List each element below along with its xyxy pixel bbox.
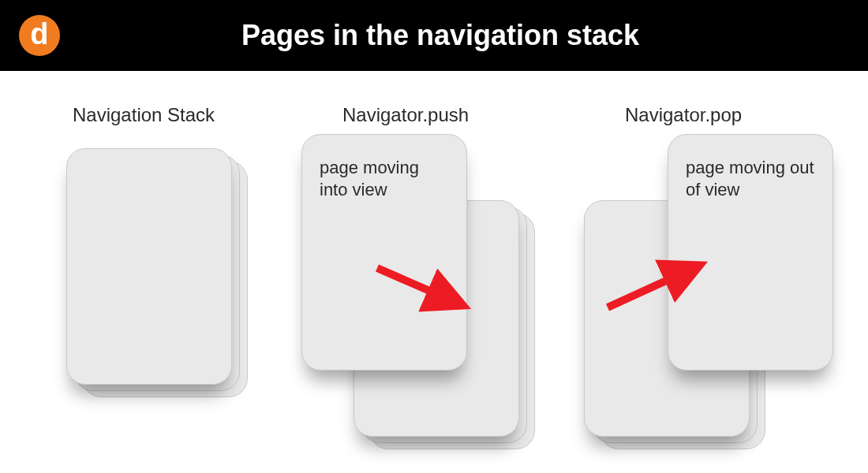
push-incoming-card: page moving into view xyxy=(301,134,467,371)
page-title: Pages in the navigation stack xyxy=(60,19,868,52)
pop-card-text: page moving out of view xyxy=(686,157,815,200)
brand-logo-letter: b xyxy=(30,19,48,49)
pop-outgoing-card: page moving out of view xyxy=(668,134,833,371)
brand-logo-icon: b xyxy=(19,15,60,56)
column-title-stack: Navigation Stack xyxy=(73,104,215,126)
push-card-text: page moving into view xyxy=(320,157,449,200)
stack-1-card-front xyxy=(66,148,232,385)
column-title-push: Navigator.push xyxy=(342,104,469,126)
header-bar: b Pages in the navigation stack xyxy=(0,0,868,71)
column-title-pop: Navigator.pop xyxy=(625,104,742,126)
diagram-stage: Navigation Stack Navigator.push page mov… xyxy=(0,71,868,473)
